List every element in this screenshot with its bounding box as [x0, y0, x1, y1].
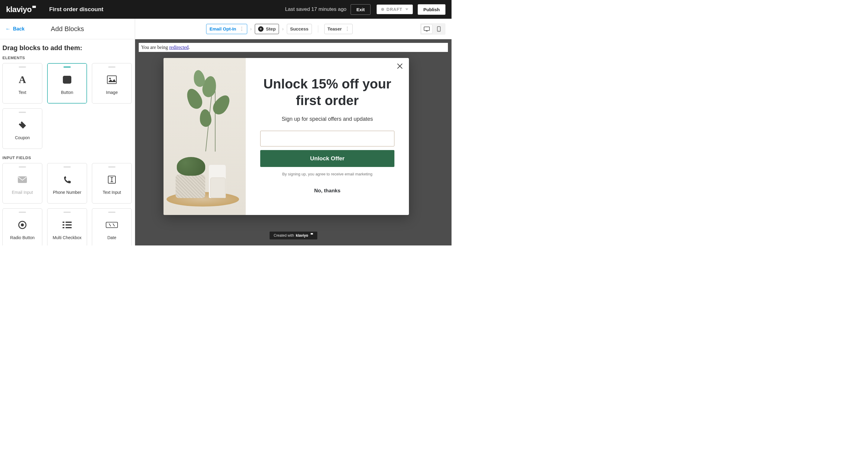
- close-icon[interactable]: [396, 63, 403, 70]
- phone-icon: [61, 174, 73, 186]
- block-radio-button[interactable]: Radio Button: [2, 208, 42, 245]
- block-label: Button: [61, 90, 73, 95]
- svg-rect-14: [63, 227, 64, 228]
- inputs-section-label: INPUT FIELDS: [2, 156, 132, 160]
- status-dot-icon: [381, 8, 384, 11]
- block-label: Email Input: [12, 190, 33, 195]
- credit-prefix: Created with: [274, 233, 294, 238]
- last-saved-text: Last saved 17 minutes ago: [285, 6, 346, 12]
- back-label: Back: [13, 26, 25, 32]
- popup-preview[interactable]: Unlock 15% off your first order Sign up …: [163, 58, 409, 215]
- popup-email-input[interactable]: [260, 131, 395, 146]
- block-email-input[interactable]: Email Input: [2, 163, 42, 203]
- drag-handle-icon: [63, 166, 71, 168]
- block-text-input[interactable]: Text Input: [92, 163, 132, 203]
- drag-handle-icon: [63, 212, 71, 213]
- block-date[interactable]: Date: [92, 208, 132, 245]
- popup-dismiss-link[interactable]: No, thanks: [260, 188, 395, 194]
- checklist-icon: [61, 219, 73, 231]
- block-label: Image: [106, 90, 118, 95]
- svg-rect-19: [424, 27, 430, 31]
- redirect-suffix: .: [189, 45, 190, 50]
- caret-down-icon: [405, 8, 408, 10]
- status-label: DRAFT: [386, 7, 403, 12]
- exit-button[interactable]: Exit: [350, 4, 371, 15]
- drag-handle-icon: [19, 112, 26, 113]
- svg-point-2: [20, 123, 21, 124]
- logo: klaviyo: [6, 5, 36, 14]
- svg-point-9: [21, 224, 24, 227]
- block-label: Phone Number: [53, 190, 81, 195]
- logo-text: klaviyo: [6, 5, 32, 14]
- publish-button[interactable]: Publish: [418, 4, 445, 15]
- redirect-prefix: You are being: [141, 45, 169, 50]
- button-icon: [61, 74, 73, 86]
- kebab-icon[interactable]: ⋮: [239, 26, 244, 32]
- tag-icon: [16, 119, 28, 131]
- chevron-right-icon: ›: [282, 26, 283, 32]
- status-dropdown[interactable]: DRAFT: [377, 4, 413, 14]
- drag-handle-icon: [108, 212, 116, 213]
- arrow-left-icon: ←: [5, 26, 10, 32]
- popup-legal-text[interactable]: By signing up, you agree to receive emai…: [260, 172, 395, 176]
- logo-flag-icon: [32, 6, 36, 9]
- svg-rect-12: [63, 224, 64, 226]
- radio-icon: [16, 219, 28, 231]
- block-label: Radio Button: [10, 235, 35, 240]
- svg-rect-15: [66, 227, 72, 228]
- kebab-icon[interactable]: ⋮: [345, 26, 349, 32]
- redirect-link[interactable]: redirected: [169, 45, 189, 50]
- stepper-bar: Email Opt-In ⋮ › + Step › Success Teaser…: [135, 19, 452, 39]
- block-label: Text: [19, 90, 26, 95]
- document-title: First order discount: [49, 6, 103, 13]
- popup-cta-button[interactable]: Unlock Offer: [260, 150, 395, 167]
- block-phone-number[interactable]: Phone Number: [47, 163, 87, 203]
- credit-badge: Created with klaviyo: [269, 232, 317, 239]
- step-add-step[interactable]: + Step: [255, 24, 279, 34]
- svg-point-1: [110, 78, 111, 79]
- popup-headline[interactable]: Unlock 15% off your first order: [260, 75, 395, 109]
- svg-line-17: [109, 224, 111, 226]
- block-multi-checkbox[interactable]: Multi Checkbox: [47, 208, 87, 245]
- popup-body: Unlock 15% off your first order Sign up …: [246, 58, 409, 215]
- step-success[interactable]: Success: [287, 24, 312, 34]
- step-label: Email Opt-In: [210, 26, 236, 31]
- drag-handle-icon: [108, 66, 116, 68]
- step-label: Teaser: [328, 26, 342, 31]
- block-button[interactable]: Button: [47, 63, 87, 104]
- step-label: Success: [290, 26, 309, 31]
- svg-point-22: [438, 30, 439, 31]
- svg-line-18: [113, 224, 115, 226]
- device-toggle: [420, 23, 445, 35]
- block-label: Coupon: [15, 135, 30, 140]
- svg-rect-10: [63, 222, 64, 223]
- sidebar: ← Back Add Blocks Drag blocks to add the…: [0, 19, 135, 245]
- image-icon: [106, 74, 118, 86]
- elements-section-label: ELEMENTS: [2, 56, 132, 60]
- svg-rect-16: [106, 222, 118, 228]
- block-image[interactable]: Image: [92, 63, 132, 104]
- svg-rect-3: [18, 176, 27, 183]
- drag-heading: Drag blocks to add them:: [2, 44, 132, 52]
- drag-handle-icon: [108, 166, 116, 168]
- plus-circle-icon: +: [258, 26, 264, 32]
- step-teaser[interactable]: Teaser ⋮: [324, 24, 353, 34]
- block-coupon[interactable]: Coupon: [2, 108, 42, 149]
- drag-handle-icon: [63, 66, 71, 68]
- date-field-icon: [106, 219, 118, 231]
- block-label: Text Input: [103, 190, 121, 195]
- block-text[interactable]: A Text: [2, 63, 42, 104]
- step-label: Step: [266, 26, 276, 31]
- top-bar: klaviyo First order discount Last saved …: [0, 0, 452, 19]
- canvas[interactable]: You are being redirected. Unlock 15%: [135, 39, 452, 245]
- desktop-view-button[interactable]: [421, 25, 432, 34]
- step-email-optin[interactable]: Email Opt-In ⋮: [206, 24, 247, 34]
- mobile-view-button[interactable]: [433, 25, 444, 34]
- redirect-notice: You are being redirected.: [139, 43, 448, 52]
- back-button[interactable]: ← Back: [5, 26, 25, 32]
- credit-brand: klaviyo: [296, 233, 308, 238]
- svg-rect-11: [66, 222, 72, 223]
- popup-image[interactable]: [163, 58, 246, 215]
- drag-handle-icon: [19, 166, 26, 168]
- popup-subhead[interactable]: Sign up for special offers and updates: [260, 116, 395, 122]
